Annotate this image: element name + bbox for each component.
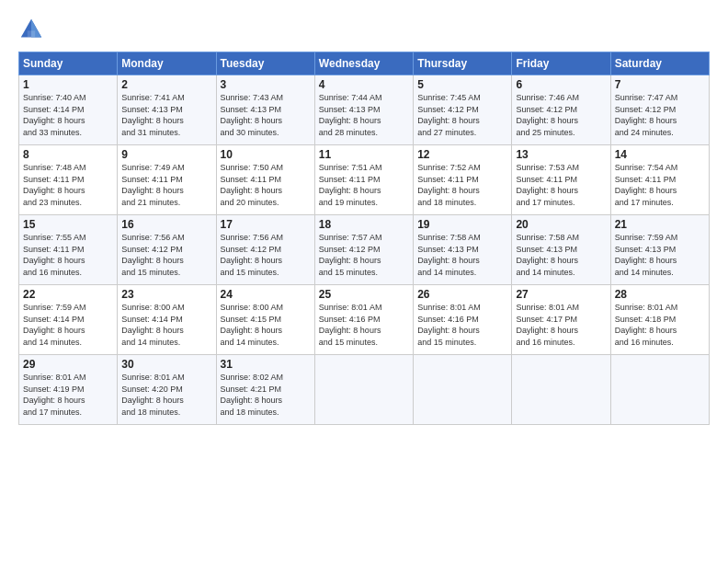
day-number: 1 xyxy=(23,78,113,91)
week-row-1: 1Sunrise: 7:40 AM Sunset: 4:14 PM Daylig… xyxy=(19,75,710,145)
cell-week3-day3: 17Sunrise: 7:56 AM Sunset: 4:12 PM Dayli… xyxy=(216,215,314,285)
week-row-4: 22Sunrise: 7:59 AM Sunset: 4:14 PM Dayli… xyxy=(19,285,710,355)
week-row-3: 15Sunrise: 7:55 AM Sunset: 4:11 PM Dayli… xyxy=(19,215,710,285)
header-row: SundayMondayTuesdayWednesdayThursdayFrid… xyxy=(19,52,710,75)
day-info: Sunrise: 8:01 AM Sunset: 4:16 PM Dayligh… xyxy=(417,302,507,348)
day-number: 9 xyxy=(121,148,211,161)
svg-rect-2 xyxy=(28,30,35,37)
day-info: Sunrise: 7:52 AM Sunset: 4:11 PM Dayligh… xyxy=(417,162,507,208)
day-number: 18 xyxy=(319,218,409,231)
cell-week1-day2: 2Sunrise: 7:41 AM Sunset: 4:13 PM Daylig… xyxy=(118,75,216,145)
day-info: Sunrise: 7:47 AM Sunset: 4:12 PM Dayligh… xyxy=(615,92,705,138)
col-header-wednesday: Wednesday xyxy=(314,52,413,75)
page: SundayMondayTuesdayWednesdayThursdayFrid… xyxy=(0,0,728,563)
cell-week1-day5: 5Sunrise: 7:45 AM Sunset: 4:12 PM Daylig… xyxy=(414,75,512,145)
cell-week5-day7 xyxy=(610,355,709,425)
col-header-friday: Friday xyxy=(512,52,610,75)
cell-week1-day1: 1Sunrise: 7:40 AM Sunset: 4:14 PM Daylig… xyxy=(19,75,118,145)
cell-week2-day2: 9Sunrise: 7:49 AM Sunset: 4:11 PM Daylig… xyxy=(118,145,216,215)
day-number: 21 xyxy=(615,218,705,231)
day-info: Sunrise: 7:49 AM Sunset: 4:11 PM Dayligh… xyxy=(121,162,211,208)
day-number: 24 xyxy=(221,288,311,301)
day-number: 22 xyxy=(23,288,113,301)
day-info: Sunrise: 8:01 AM Sunset: 4:16 PM Dayligh… xyxy=(319,302,409,348)
cell-week5-day1: 29Sunrise: 8:01 AM Sunset: 4:19 PM Dayli… xyxy=(19,355,118,425)
cell-week2-day5: 12Sunrise: 7:52 AM Sunset: 4:11 PM Dayli… xyxy=(414,145,512,215)
cell-week4-day3: 24Sunrise: 8:00 AM Sunset: 4:15 PM Dayli… xyxy=(216,285,314,355)
day-info: Sunrise: 7:40 AM Sunset: 4:14 PM Dayligh… xyxy=(23,92,113,138)
col-header-tuesday: Tuesday xyxy=(216,52,314,75)
day-info: Sunrise: 8:01 AM Sunset: 4:19 PM Dayligh… xyxy=(23,372,113,418)
day-info: Sunrise: 8:00 AM Sunset: 4:14 PM Dayligh… xyxy=(121,302,211,348)
week-row-2: 8Sunrise: 7:48 AM Sunset: 4:11 PM Daylig… xyxy=(19,145,710,215)
cell-week1-day4: 4Sunrise: 7:44 AM Sunset: 4:13 PM Daylig… xyxy=(314,75,413,145)
cell-week3-day4: 18Sunrise: 7:57 AM Sunset: 4:12 PM Dayli… xyxy=(314,215,413,285)
day-info: Sunrise: 7:59 AM Sunset: 4:13 PM Dayligh… xyxy=(615,232,705,278)
day-number: 2 xyxy=(121,78,211,91)
day-number: 30 xyxy=(121,358,211,371)
day-number: 28 xyxy=(615,288,705,301)
day-info: Sunrise: 7:58 AM Sunset: 4:13 PM Dayligh… xyxy=(516,232,606,278)
day-number: 26 xyxy=(417,288,507,301)
day-info: Sunrise: 7:58 AM Sunset: 4:13 PM Dayligh… xyxy=(417,232,507,278)
cell-week4-day4: 25Sunrise: 8:01 AM Sunset: 4:16 PM Dayli… xyxy=(314,285,413,355)
cell-week1-day7: 7Sunrise: 7:47 AM Sunset: 4:12 PM Daylig… xyxy=(610,75,709,145)
day-info: Sunrise: 7:50 AM Sunset: 4:11 PM Dayligh… xyxy=(221,162,311,208)
day-info: Sunrise: 7:59 AM Sunset: 4:14 PM Dayligh… xyxy=(23,302,113,348)
col-header-saturday: Saturday xyxy=(610,52,709,75)
cell-week3-day2: 16Sunrise: 7:56 AM Sunset: 4:12 PM Dayli… xyxy=(118,215,216,285)
cell-week2-day1: 8Sunrise: 7:48 AM Sunset: 4:11 PM Daylig… xyxy=(19,145,118,215)
day-number: 13 xyxy=(516,148,606,161)
day-number: 19 xyxy=(417,218,507,231)
day-number: 10 xyxy=(221,148,311,161)
day-number: 20 xyxy=(516,218,606,231)
day-number: 23 xyxy=(121,288,211,301)
day-info: Sunrise: 7:43 AM Sunset: 4:13 PM Dayligh… xyxy=(221,92,311,138)
day-info: Sunrise: 7:54 AM Sunset: 4:11 PM Dayligh… xyxy=(615,162,705,208)
week-row-5: 29Sunrise: 8:01 AM Sunset: 4:19 PM Dayli… xyxy=(19,355,710,425)
cell-week4-day5: 26Sunrise: 8:01 AM Sunset: 4:16 PM Dayli… xyxy=(414,285,512,355)
day-info: Sunrise: 7:56 AM Sunset: 4:12 PM Dayligh… xyxy=(221,232,311,278)
day-number: 14 xyxy=(615,148,705,161)
cell-week4-day2: 23Sunrise: 8:00 AM Sunset: 4:14 PM Dayli… xyxy=(118,285,216,355)
header xyxy=(18,17,710,42)
cell-week2-day3: 10Sunrise: 7:50 AM Sunset: 4:11 PM Dayli… xyxy=(216,145,314,215)
day-number: 3 xyxy=(221,78,311,91)
day-info: Sunrise: 8:01 AM Sunset: 4:18 PM Dayligh… xyxy=(615,302,705,348)
day-info: Sunrise: 8:00 AM Sunset: 4:15 PM Dayligh… xyxy=(221,302,311,348)
cell-week2-day7: 14Sunrise: 7:54 AM Sunset: 4:11 PM Dayli… xyxy=(610,145,709,215)
day-number: 15 xyxy=(23,218,113,231)
day-number: 27 xyxy=(516,288,606,301)
cell-week4-day6: 27Sunrise: 8:01 AM Sunset: 4:17 PM Dayli… xyxy=(512,285,610,355)
day-number: 6 xyxy=(516,78,606,91)
day-number: 7 xyxy=(615,78,705,91)
day-info: Sunrise: 7:48 AM Sunset: 4:11 PM Dayligh… xyxy=(23,162,113,208)
logo-icon xyxy=(18,17,44,42)
day-number: 12 xyxy=(417,148,507,161)
day-number: 25 xyxy=(319,288,409,301)
day-info: Sunrise: 7:46 AM Sunset: 4:12 PM Dayligh… xyxy=(516,92,606,138)
cell-week5-day2: 30Sunrise: 8:01 AM Sunset: 4:20 PM Dayli… xyxy=(118,355,216,425)
col-header-thursday: Thursday xyxy=(414,52,512,75)
day-info: Sunrise: 7:56 AM Sunset: 4:12 PM Dayligh… xyxy=(121,232,211,278)
cell-week2-day6: 13Sunrise: 7:53 AM Sunset: 4:11 PM Dayli… xyxy=(512,145,610,215)
day-number: 31 xyxy=(221,358,311,371)
day-number: 11 xyxy=(319,148,409,161)
col-header-sunday: Sunday xyxy=(19,52,118,75)
cell-week5-day6 xyxy=(512,355,610,425)
day-number: 29 xyxy=(23,358,113,371)
cell-week5-day5 xyxy=(414,355,512,425)
cell-week3-day6: 20Sunrise: 7:58 AM Sunset: 4:13 PM Dayli… xyxy=(512,215,610,285)
day-info: Sunrise: 8:01 AM Sunset: 4:17 PM Dayligh… xyxy=(516,302,606,348)
cell-week2-day4: 11Sunrise: 7:51 AM Sunset: 4:11 PM Dayli… xyxy=(314,145,413,215)
day-number: 5 xyxy=(417,78,507,91)
day-number: 16 xyxy=(121,218,211,231)
day-info: Sunrise: 7:44 AM Sunset: 4:13 PM Dayligh… xyxy=(319,92,409,138)
cell-week3-day1: 15Sunrise: 7:55 AM Sunset: 4:11 PM Dayli… xyxy=(19,215,118,285)
calendar-table: SundayMondayTuesdayWednesdayThursdayFrid… xyxy=(18,52,710,425)
col-header-monday: Monday xyxy=(118,52,216,75)
cell-week1-day6: 6Sunrise: 7:46 AM Sunset: 4:12 PM Daylig… xyxy=(512,75,610,145)
day-info: Sunrise: 7:55 AM Sunset: 4:11 PM Dayligh… xyxy=(23,232,113,278)
day-number: 17 xyxy=(221,218,311,231)
cell-week4-day1: 22Sunrise: 7:59 AM Sunset: 4:14 PM Dayli… xyxy=(19,285,118,355)
